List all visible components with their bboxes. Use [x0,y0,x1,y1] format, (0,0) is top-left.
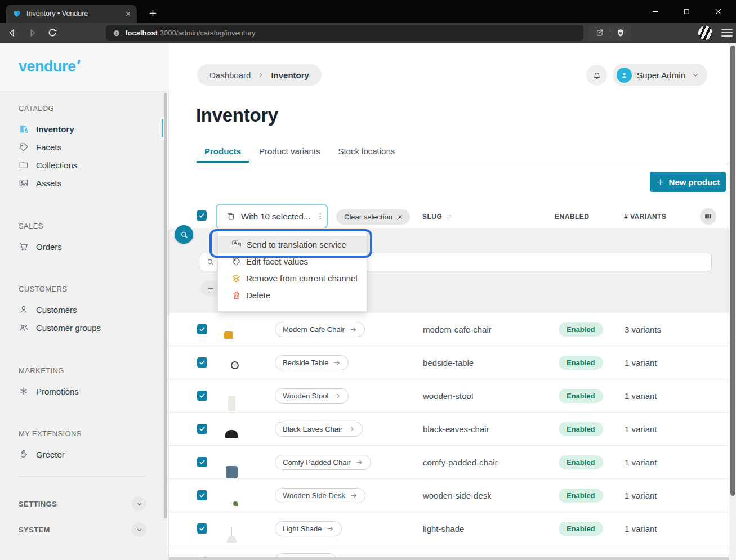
table-row: Black Eaves Chair black-eaves-chair Enab… [169,413,729,446]
section-heading-catalog: CATALOG [0,104,164,113]
forward-icon[interactable] [24,25,41,41]
product-link[interactable]: Comfy Padded Chair [275,455,371,470]
tab-product-variants[interactable]: Product variants [259,146,320,162]
menu-item-delete[interactable]: Delete [218,286,367,303]
product-slug: wooden-side-desk [423,491,555,500]
sidebar-item-customer-groups[interactable]: Customer groups [0,319,164,337]
reload-icon[interactable] [44,25,61,41]
menu-item-label: Remove from current channel [246,274,358,283]
menu-item-send-to-translation[interactable]: Send to translation service [218,236,367,253]
product-link[interactable]: Black Eaves Chair [275,422,363,437]
sidebar-item-greeter[interactable]: Greeter [0,445,164,463]
variants-count: 3 variants [625,325,729,334]
row-checkbox[interactable] [197,424,207,434]
row-checkbox[interactable] [197,523,207,534]
status-badge: Enabled [559,389,603,403]
translate-icon [231,239,242,249]
product-link[interactable]: Modern Cafe Chair [275,322,365,337]
product-link[interactable]: Wooden Stool [275,388,349,404]
arrow-right-icon [327,525,334,532]
tab-stock-locations[interactable]: Stock locations [338,146,395,162]
sidebar-item-label: Facets [36,142,61,152]
user-menu[interactable]: Super Admin [613,64,707,86]
sidebar-item-promotions[interactable]: Promotions [0,382,164,400]
columns-icon [704,212,712,221]
vendure-logo: vendure [19,58,76,75]
browser-tab[interactable]: Inventory • Vendure [6,5,137,23]
url-host: localhost [126,29,158,37]
row-checkbox[interactable] [197,324,207,334]
tag-icon [19,142,29,152]
tab-title: Inventory • Vendure [26,10,122,17]
scrollbar-thumb[interactable] [730,46,735,496]
column-header-slug[interactable]: SLUG [422,213,453,221]
image-icon [19,178,29,188]
close-window-icon[interactable] [710,3,726,19]
product-slug: comfy-padded-chair [423,458,555,467]
sidebar-item-inventory[interactable]: Inventory [0,120,164,138]
sidebar-item-collections[interactable]: Collections [0,156,164,174]
brave-shield-icon[interactable] [616,28,625,38]
sidebar-item-assets[interactable]: Assets [0,174,164,192]
site-info-icon[interactable] [113,29,121,37]
sidebar-scrollbar[interactable] [164,93,167,518]
section-heading-customers: CUSTOMERS [0,285,164,294]
status-badge: Enabled [559,455,603,469]
window-controls [647,0,730,23]
tab-products[interactable]: Products [204,146,241,162]
sidebar-section-settings[interactable]: SETTINGS [0,495,164,513]
chevron-down-icon [132,496,146,511]
browser-menu-icon[interactable] [721,27,733,38]
address-bar[interactable]: localhost:3000/admin/catalog/inventory [106,25,583,41]
new-tab-button[interactable] [144,5,161,21]
minimize-icon[interactable] [647,3,663,19]
sidebar-item-customers[interactable]: Customers [0,301,164,319]
select-all-checkbox[interactable] [197,210,207,221]
row-checkbox[interactable] [197,391,207,401]
product-link[interactable]: Bedside Table [275,355,349,370]
status-badge: Enabled [559,422,603,436]
menu-item-edit-facet-values[interactable]: Edit facet values [218,253,367,270]
product-link[interactable]: Wooden Side Desk [275,488,365,503]
product-slug: bedside-table [423,358,555,368]
notifications-button[interactable] [586,65,607,86]
row-checkbox[interactable] [197,490,207,500]
chevron-down-icon [132,522,146,537]
sidebar-nav: CATALOG Inventory Facets [0,92,164,539]
copy-icon [226,212,235,221]
page-scrollbar[interactable] [729,43,736,560]
sidebar-item-label: Greeter [36,450,65,459]
sidebar-item-label: Orders [36,242,62,252]
sidebar-section-system[interactable]: SYSTEM [0,521,164,539]
breadcrumb-dashboard[interactable]: Dashboard [209,70,251,80]
back-icon[interactable] [3,25,20,41]
menu-item-label: Send to translation service [247,240,346,249]
sidebar-item-facets[interactable]: Facets [0,138,164,156]
menu-item-label: Delete [246,290,270,300]
column-settings-button[interactable] [700,208,716,225]
search-bubble-button[interactable] [175,225,193,244]
horizontal-scrollbar[interactable] [169,557,729,560]
kebab-menu-icon[interactable] [316,212,324,221]
clear-selection-button[interactable]: Clear selection [336,209,410,225]
with-selected-button[interactable]: With 10 selected... [216,204,328,229]
new-product-button[interactable]: New product [650,172,726,192]
product-link[interactable]: Light Shade [275,521,342,536]
row-checkbox[interactable] [197,457,207,467]
sidebar-item-orders[interactable]: Orders [0,238,164,256]
user-name: Super Admin [637,70,685,80]
menu-item-remove-from-channel[interactable]: Remove from current channel [218,270,367,286]
browser-profile-avatar[interactable] [698,26,712,40]
share-icon[interactable] [595,28,604,38]
trash-icon [231,290,241,300]
tabs: Products Product variants Stock location… [204,146,395,162]
section-heading-my-extensions: MY EXTENSIONS [0,429,164,438]
products-table: Modern Cafe Chair modern-cafe-chair Enab… [169,313,729,560]
status-badge: Enabled [559,489,603,503]
maximize-icon[interactable] [679,3,694,19]
column-header-variants: # VARIANTS [624,213,666,221]
tag-icon [231,257,241,266]
row-checkbox[interactable] [197,357,207,368]
tab-close-icon[interactable] [125,11,131,17]
bulk-actions-menu: Send to translation service Edit facet v… [217,230,367,312]
